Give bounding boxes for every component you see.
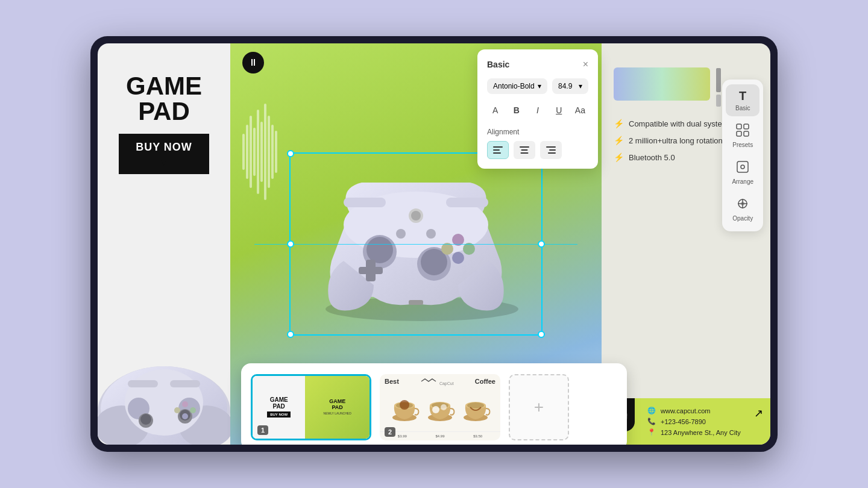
right-bottom-section: 🌐 www.capcut.com 📞 +123-456-7890 📍 123 A…: [602, 398, 770, 445]
slide-number-2: 2: [385, 427, 395, 437]
toolbar-item-arrange[interactable]: Arrange: [726, 155, 760, 190]
svg-rect-42: [493, 149, 500, 151]
selection-handle-br[interactable]: [538, 331, 545, 338]
svg-rect-49: [548, 152, 556, 154]
coffee-price-3: $3.50: [473, 434, 482, 438]
align-center-icon: [520, 146, 529, 154]
font-size-selector[interactable]: 84.9 ▾: [552, 78, 588, 94]
coffee-cup-3: [459, 396, 492, 424]
svg-point-10: [140, 414, 151, 425]
svg-point-61: [400, 400, 409, 410]
svg-point-57: [741, 202, 744, 205]
format-btn-i[interactable]: I: [529, 101, 546, 119]
svg-point-27: [452, 234, 464, 246]
main-controller-svg: [301, 164, 530, 321]
font-selector[interactable]: Antonio-Bold ▾: [487, 78, 547, 94]
presets-icon: [736, 124, 749, 140]
svg-rect-50: [737, 124, 741, 129]
vertical-bar-2: [716, 95, 721, 107]
slide2-capcut-text: CapCut: [420, 378, 454, 386]
panel-header: Basic ×: [487, 59, 588, 70]
svg-point-22: [366, 237, 393, 263]
svg-rect-54: [737, 161, 748, 172]
svg-rect-26: [366, 260, 376, 281]
gradient-bar: [614, 67, 710, 101]
svg-point-32: [411, 211, 421, 221]
basic-icon: T: [739, 89, 746, 103]
svg-rect-41: [493, 146, 503, 148]
slide1-game-text: GAME PAD: [270, 396, 288, 410]
toolbar-item-presets[interactable]: Presets: [726, 119, 760, 153]
slide1-right: GAME PAD NEWLY LAUNCHED: [305, 376, 370, 439]
svg-rect-47: [546, 146, 556, 148]
svg-point-66: [441, 404, 447, 410]
selection-handle-ml[interactable]: [287, 240, 294, 248]
film-slide-1[interactable]: GAME PAD BUY NOW GAME PAD NEWLY LAUNCHED: [251, 374, 371, 440]
align-right-btn[interactable]: [540, 141, 562, 159]
toolbar-label-presets: Presets: [732, 142, 753, 148]
svg-rect-19: [344, 198, 386, 207]
contact-phone: 📞 +123-456-7890: [647, 418, 741, 425]
format-btn-aa[interactable]: Aa: [572, 101, 588, 119]
selection-handle-tl[interactable]: [287, 150, 294, 157]
add-slide-button[interactable]: +: [509, 374, 569, 440]
svg-rect-45: [521, 149, 528, 151]
buy-now-button[interactable]: BUY NOW: [119, 134, 209, 174]
film-slide-2[interactable]: Best CapCut Coffee: [380, 374, 500, 440]
toolbar-label-arrange: Arrange: [732, 178, 753, 185]
format-btn-b[interactable]: B: [508, 101, 524, 119]
opacity-icon: [736, 197, 749, 213]
format-btn-a[interactable]: A: [487, 101, 503, 119]
game-pad-title: GAME PAD: [126, 74, 202, 124]
svg-rect-48: [549, 149, 556, 151]
format-btn-u[interactable]: U: [551, 101, 567, 119]
slide2-body: [380, 389, 500, 431]
slide2-best-text: Best: [385, 378, 399, 385]
coffee-cup-2: [424, 396, 457, 424]
left-panel: GAME PAD BUY NOW: [98, 43, 230, 445]
tablet-frame: GAME PAD BUY NOW: [90, 36, 778, 452]
svg-point-33: [396, 229, 406, 239]
svg-point-28: [463, 243, 475, 255]
format-row: A B I U Aa: [487, 101, 588, 119]
slide2-footer: $3.99 $4.99 $3.50: [380, 431, 500, 440]
selection-handle-bl[interactable]: [287, 331, 294, 338]
slide1-right-text: GAME PAD: [329, 399, 345, 411]
contact-address: 📍 123 Anywhere St., Any City: [647, 428, 741, 436]
slide-number-1: 1: [257, 425, 268, 435]
audio-icon[interactable]: ⏸: [242, 52, 264, 74]
properties-panel: Basic × Antonio-Bold ▾ 84.9 ▾ A B I U Aa: [477, 49, 598, 169]
coffee-cup-1: [388, 396, 421, 424]
toolbar-item-basic[interactable]: T Basic: [726, 84, 760, 116]
left-controller-svg: [98, 339, 230, 445]
svg-rect-35: [409, 300, 423, 305]
tablet-inner: GAME PAD BUY NOW: [98, 43, 770, 445]
svg-point-16: [174, 407, 180, 413]
slide2-coffee-text: Coffee: [475, 378, 495, 385]
external-link-icon[interactable]: ↗: [754, 407, 763, 420]
svg-point-30: [441, 243, 453, 255]
selection-handle-mr[interactable]: [538, 240, 545, 248]
vertical-bar-1: [716, 68, 721, 92]
align-center-btn[interactable]: [514, 141, 535, 159]
toolbar-item-opacity[interactable]: Opacity: [726, 192, 760, 227]
contact-website: 🌐 www.capcut.com: [647, 407, 741, 414]
alignment-label: Alignment: [487, 128, 588, 136]
bolt-icon-3: ⚡: [614, 152, 624, 162]
close-button[interactable]: ×: [583, 59, 588, 70]
svg-rect-20: [446, 198, 488, 207]
coffee-price-2: $4.99: [435, 434, 444, 438]
svg-rect-8: [170, 380, 200, 387]
svg-point-13: [182, 401, 188, 407]
svg-point-34: [426, 229, 436, 239]
left-waveform: [242, 92, 277, 212]
bolt-icon-2: ⚡: [614, 136, 624, 145]
toolbar-label-basic: Basic: [735, 105, 750, 111]
panel-title: Basic: [487, 60, 509, 69]
svg-rect-43: [493, 152, 501, 154]
coffee-price-1: $3.99: [398, 434, 407, 438]
align-left-btn[interactable]: [487, 141, 509, 159]
svg-rect-52: [737, 131, 741, 136]
filmstrip: GAME PAD BUY NOW GAME PAD NEWLY LAUNCHED: [241, 363, 627, 445]
svg-rect-53: [744, 131, 749, 136]
